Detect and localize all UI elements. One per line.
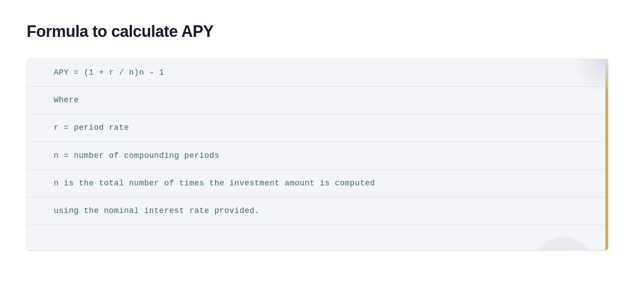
formula-row-formula: APY = (1 + r / n)n – 1: [27, 59, 608, 87]
formula-row-where: Where: [27, 87, 608, 114]
decorative-shape: [537, 215, 590, 250]
page-title: Formula to calculate APY: [27, 22, 617, 41]
formula-row-n-explain-1: n is the total number of times the inves…: [27, 170, 608, 197]
page-container: Formula to calculate APY APY = (1 + r / …: [0, 0, 644, 273]
formula-row-empty: [27, 225, 608, 250]
formula-row-n: n = number of compounding periods: [27, 142, 608, 170]
formula-row-n-explain-2: using the nominal interest rate provided…: [27, 197, 608, 225]
right-accent-bar: [605, 59, 608, 250]
formula-row-r: r = period rate: [27, 114, 608, 142]
formula-box: APY = (1 + r / n)n – 1 Where r = period …: [27, 59, 608, 251]
